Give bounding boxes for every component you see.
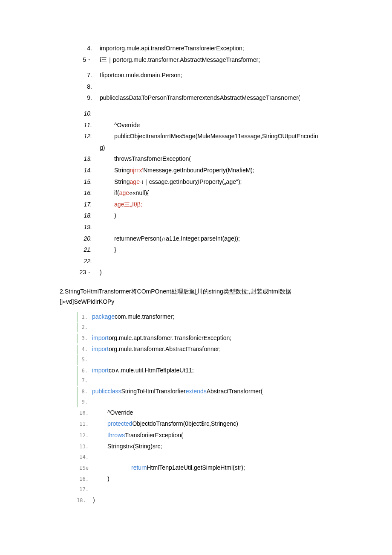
code-line: 18. ) [77,210,332,221]
code-text: importorg.mule.apt.transforner.Transfoni… [92,332,231,344]
line-number: 20. [77,233,100,244]
code-line: 16. if(age««null){ [77,187,332,199]
code-token: Nmessage.getInboundProperty(MnafieM); [143,167,254,174]
keyword: class [108,388,121,395]
line-number: 22. [77,256,100,267]
keyword: import [92,346,109,352]
line-number: 15. [77,176,100,188]
code-text: Ifiportcon.mule.domain.Person; [100,70,182,81]
code-text: importorg.mule.api.transfOrnereTransfore… [100,43,244,54]
line-number: 7. [77,70,100,81]
line-number: 4. [77,345,92,355]
code-line: 9. [77,397,332,407]
code-line: 13. throwsTransfornerExceptIon( [77,153,332,165]
code-token: org.mule.transformer.AbstractTransfonner… [109,346,221,352]
section-line: 2.StringToHtmlTransformer将COmPOnent处理后返[… [60,287,332,297]
line-number: 9. [77,397,92,407]
code-line: 16. ) [77,473,332,485]
section-line: [j«vd]SeWPidirKOPy [60,297,332,307]
spacer [77,65,332,70]
code-token: ««null){ [129,189,149,196]
code-text: } [100,244,116,256]
code-token: StringToHtmlTransforfier [121,388,186,395]
code-token: com.mule.transformer; [115,313,174,320]
code-line: 17. age三„Iθβ; [77,199,332,210]
line-number: 17. [77,199,100,210]
code-text: ) [100,210,116,221]
line-number: 23・ [77,267,100,278]
code-text: if(age««null){ [100,187,149,199]
code-line: 21. } [77,244,332,256]
line-number: 18. [77,210,100,221]
keyword: import [92,334,109,341]
spacer [77,104,332,108]
code-text: protectedObjectdoTransform(0bject$rc,Str… [93,418,238,430]
code-line: 4. importorg.mule.transformer.AbstractTr… [77,343,332,355]
code-line: 9. publicclassDataToPersonTransformerext… [77,92,332,104]
code-text: returnHtmlTenp1ateUtil.getSimpleHtml(str… [93,462,245,474]
code-token: age [119,189,129,196]
line-number: 8. [77,81,100,93]
line-number: 13. [77,442,93,452]
code-text: g) [100,142,105,154]
code-token: co∧.mule.util.HtmlTefIplateUt11; [109,367,194,374]
code-token: String [114,178,130,185]
code-text: throwsTransforiierException( [93,430,183,441]
code-token: TransforiierException( [125,432,183,439]
line-number: 11. [77,119,100,131]
code-line: 11. ^Override [77,119,332,131]
line-number: 1. [77,312,92,322]
line-number: 2. [77,323,92,332]
code-token: AbstractTransformer( [207,388,263,395]
line-number: ISe [77,463,93,473]
code-line: 2. [77,323,332,332]
code-line: 12. throwsTransforiierException( [77,430,332,441]
code-line: 23・ ) [77,267,332,278]
code-text: ) [93,473,110,485]
code-token: .getInbourχIProperty(„age"); [168,178,242,185]
keyword: throws [107,432,125,439]
keyword: import [92,367,109,374]
keyword: extends [186,388,207,395]
keyword: package [92,313,115,320]
code-text: ) [93,494,95,506]
keyword: public [92,388,108,395]
line-number: 19. [77,221,100,233]
code-line: 14. [77,452,332,462]
line-number: 17. [77,485,93,494]
line-number: 5・ [77,54,100,66]
code-block-1: 4. importorg.mule.api.transfOrnereTransf… [77,43,332,278]
code-line: 12. publicObjecttransforrtMes5age(MuleMe… [77,131,332,142]
document-page: 4. importorg.mule.api.transfOrnereTransf… [0,0,392,548]
code-line: Iθ. ^Override [77,407,332,418]
code-line: 6. importco∧.mule.util.HtmlTefIplateUt11… [77,365,332,376]
code-line: 7. [77,376,332,386]
code-text: throwsTransfornerExceptIon( [100,153,191,165]
code-token: if( [114,189,119,196]
code-text: importorg.mule.transformer.AbstractTrans… [92,343,221,355]
code-token: String [114,167,130,174]
keyword: return [131,464,147,471]
line-number: 13. [77,153,100,165]
code-line: 8. publicclassStringToHtmlTransforfierex… [77,386,332,397]
line-number: 7. [77,376,92,386]
code-line: g) [77,142,332,154]
line-number: 12. [77,131,100,142]
line-number: 21. [77,244,100,256]
code-text: returnnewPerson(∩a11e,Integer.parseInt(a… [100,233,240,244]
line-number: 3. [77,334,92,343]
code-line: 4. importorg.mule.api.transfOrnereTransf… [77,43,332,54]
code-block-2: 1. packagecom.mule.transformer; 2. 3. im… [77,311,332,506]
code-text: ^Override [100,119,140,131]
line-number: 8. [77,387,92,397]
line-number: 9. [77,92,100,104]
code-text: importco∧.mule.util.HtmlTefIplateUt11; [92,365,194,376]
line-number: 16. [77,187,100,199]
code-line: 17. [77,485,332,494]
code-line: ISe returnHtmlTenp1ateUtil.getSimpleHtml… [77,462,332,474]
section-description: 2.StringToHtmlTransformer将COmPOnent处理后返[… [60,287,332,307]
code-line: 20. returnnewPerson(∩a11e,Integer.parseI… [77,233,332,244]
line-number: 11. [77,419,93,429]
code-token: HtmlTenp1ateUtil.getSimpleHtml(str); [147,464,245,471]
code-text: Stringage-ι｜cssage.getInbourχIProperty(„… [100,176,242,188]
